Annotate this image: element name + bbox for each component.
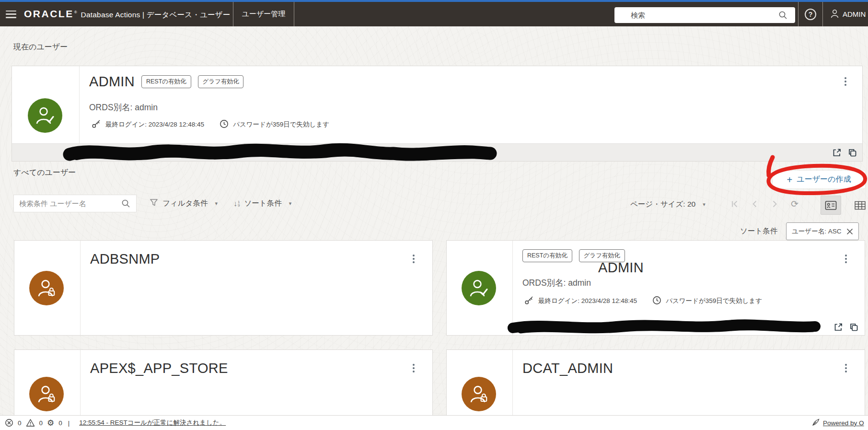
card-title-row: ADMIN RESTの有効化 グラフ有効化 xyxy=(89,74,243,90)
hamburger-menu-icon[interactable] xyxy=(6,11,16,18)
sort-dropdown[interactable]: ↓19 ソート条件 ▾ xyxy=(233,198,291,209)
feather-icon xyxy=(812,418,820,428)
filter-label: フィルタ条件 xyxy=(162,198,208,209)
error-count: 0 xyxy=(18,419,22,427)
status-separator: | xyxy=(68,419,70,427)
user-avatar-green-check xyxy=(462,271,496,305)
first-page-icon[interactable] xyxy=(730,200,739,208)
rest-enabled-badge: RESTの有効化 xyxy=(522,249,572,262)
login-info-line: 最終ログイン: 2023/4/28 12:48:45 パスワードが359日で失効… xyxy=(92,119,329,130)
clock-icon xyxy=(220,119,229,130)
user-card-admin[interactable]: ADMIN RESTの有効化 グラフ有効化 ORDS別名: admin 最終ログ… xyxy=(446,240,865,336)
previous-page-icon[interactable] xyxy=(751,200,759,208)
current-user-card[interactable]: ADMIN RESTの有効化 グラフ有効化 ORDS別名: admin 最終ログ… xyxy=(12,66,863,162)
all-users-heading: すべてのユーザー xyxy=(13,168,76,178)
user-title: ADBSNMP xyxy=(90,251,160,267)
page-size-dropdown[interactable]: ページ・サイズ: 20 ▾ xyxy=(630,199,706,209)
card-view-toggle[interactable] xyxy=(821,196,841,215)
key-icon xyxy=(524,295,534,306)
user-filter-search-box xyxy=(13,195,137,212)
funnel-icon xyxy=(150,198,158,209)
open-external-icon[interactable] xyxy=(832,148,842,158)
global-search-input[interactable] xyxy=(631,7,775,23)
help-icon[interactable]: ? xyxy=(805,9,816,20)
pagination-controls: ⟳ xyxy=(730,200,799,208)
tab-user-management[interactable]: ユーザー管理 xyxy=(233,2,294,26)
chevron-down-icon: ▾ xyxy=(215,200,218,207)
page-size-label: ページ・サイズ: 20 xyxy=(630,199,695,209)
graph-enabled-badge: グラフ有効化 xyxy=(198,75,244,88)
powered-by-link[interactable]: Powered by O xyxy=(823,419,864,427)
last-login-label: 最終ログイン: 2023/4/28 12:48:45 xyxy=(538,297,637,305)
navbar-divider xyxy=(798,2,799,26)
view-toggle-group xyxy=(821,196,868,215)
avatar-column xyxy=(14,241,81,335)
global-search-box xyxy=(614,7,795,23)
table-view-toggle[interactable] xyxy=(850,196,868,215)
process-count: 0 xyxy=(58,419,62,427)
user-avatar-orange-lock xyxy=(29,271,64,305)
password-expiry-label: パスワードが359日で失効します xyxy=(233,120,329,129)
card-footer xyxy=(12,143,862,161)
user-card-adbsnmp[interactable]: ADBSNMP xyxy=(14,240,433,336)
filter-dropdown[interactable]: フィルタ条件 ▾ xyxy=(150,198,218,209)
sort-numeric-icon: ↓19 xyxy=(233,199,240,208)
current-user-heading: 現在のユーザー xyxy=(13,42,68,52)
user-avatar-green-check xyxy=(28,98,62,133)
key-icon xyxy=(92,119,101,130)
navbar-left: ORACLE® Database Actions | データベース・ユーザー xyxy=(6,2,231,26)
next-page-icon[interactable] xyxy=(771,200,779,208)
close-icon[interactable] xyxy=(846,228,853,235)
user-title: ADMIN xyxy=(89,74,135,90)
registered-mark: ® xyxy=(74,10,77,14)
user-name-search-input[interactable] xyxy=(19,195,120,212)
ords-alias-label: ORDS別名: admin xyxy=(522,277,591,289)
create-user-button[interactable]: + ユーザーの作成 xyxy=(773,171,865,188)
card-actions-kebab-icon[interactable] xyxy=(842,253,850,265)
top-navbar: ORACLE® Database Actions | データベース・ユーザー ユ… xyxy=(0,0,868,26)
search-icon[interactable] xyxy=(778,11,787,22)
copy-icon[interactable] xyxy=(847,148,857,158)
gear-icon[interactable]: ⚙ xyxy=(47,419,54,427)
sort-chip-caption: ソート条件 xyxy=(740,226,777,236)
status-bar-left: 0 0 ⚙ 0 | 12:55:54 - RESTコールが正常に解決されました。 xyxy=(5,416,226,430)
warning-count-icon[interactable] xyxy=(26,418,35,427)
rest-enabled-badge: RESTの有効化 xyxy=(141,75,191,88)
chevron-down-icon: ▾ xyxy=(289,200,292,207)
app-title: Database Actions | データベース・ユーザー xyxy=(81,10,231,20)
sort-label: ソート条件 xyxy=(244,198,281,209)
card-title-row: ADMIN RESTの有効化 グラフ有効化 xyxy=(522,249,625,262)
user-title: APEX$_APP_STORE xyxy=(90,360,228,376)
card-actions-kebab-icon[interactable] xyxy=(841,76,850,87)
warning-count: 0 xyxy=(39,419,43,427)
app-brand: ORACLE® Database Actions | データベース・ユーザー xyxy=(24,8,231,20)
database-actions-page: ORACLE® Database Actions | データベース・ユーザー ユ… xyxy=(0,0,868,430)
create-user-label: ユーザーの作成 xyxy=(797,174,851,185)
avatar-column xyxy=(447,241,513,335)
card-actions-kebab-icon[interactable] xyxy=(842,362,850,374)
user-title: DCAT_ADMIN xyxy=(522,360,613,376)
error-count-icon[interactable] xyxy=(5,418,13,427)
status-message-link[interactable]: 12:55:54 - RESTコールが正常に解決されました。 xyxy=(79,418,226,427)
sort-chip[interactable]: ユーザー名: ASC xyxy=(786,222,859,240)
login-info-line: 最終ログイン: 2023/4/28 12:48:45 パスワードが359日で失効… xyxy=(524,295,762,306)
navbar-divider xyxy=(822,2,823,26)
person-icon xyxy=(831,9,839,20)
user-menu[interactable]: ADMIN xyxy=(831,2,866,26)
card-footer-icons xyxy=(833,322,859,332)
user-name-label: ADMIN xyxy=(843,10,866,18)
card-actions-kebab-icon[interactable] xyxy=(409,253,418,265)
open-external-icon[interactable] xyxy=(833,322,843,332)
ords-alias-label: ORDS別名: admin xyxy=(89,102,158,113)
last-login-label: 最終ログイン: 2023/4/28 12:48:45 xyxy=(105,120,204,129)
search-icon[interactable] xyxy=(121,199,130,210)
sort-chip-value: ユーザー名: ASC xyxy=(792,227,841,236)
chevron-down-icon: ▾ xyxy=(703,201,706,208)
oracle-logo: ORACLE xyxy=(24,8,74,20)
status-bar-right: Powered by O xyxy=(812,416,864,430)
user-title: ADMIN xyxy=(598,260,644,276)
refresh-icon[interactable]: ⟳ xyxy=(791,200,799,208)
copy-icon[interactable] xyxy=(849,322,859,332)
clock-icon xyxy=(652,296,661,306)
card-actions-kebab-icon[interactable] xyxy=(409,362,418,374)
